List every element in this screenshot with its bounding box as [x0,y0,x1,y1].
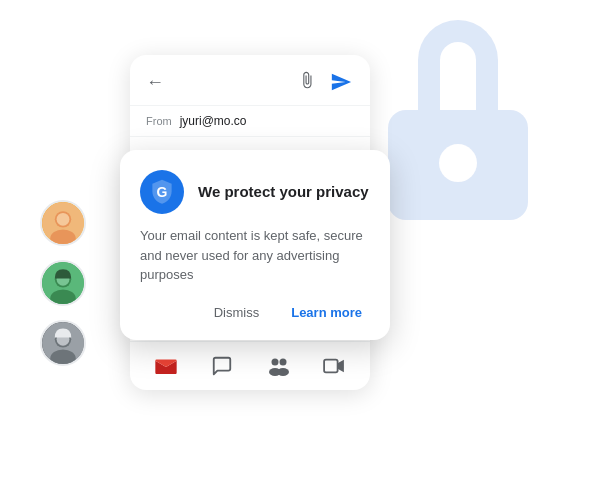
gmail-nav-icon[interactable] [152,352,180,380]
spaces-nav-icon[interactable] [264,352,292,380]
email-header: ← [130,55,370,106]
svg-point-3 [57,213,70,226]
popup-actions: Dismiss Learn more [140,301,370,324]
avatar [40,320,86,366]
header-action-icons [298,69,354,95]
svg-rect-16 [324,360,338,373]
svg-marker-17 [338,360,344,373]
email-footer-nav [130,341,370,390]
svg-point-12 [272,359,279,366]
chat-nav-icon[interactable] [208,352,236,380]
from-value: jyuri@mo.co [180,114,247,128]
dismiss-button[interactable]: Dismiss [206,301,268,324]
svg-point-13 [280,359,287,366]
from-label: From [146,115,172,127]
privacy-popup: G We protect your privacy Your email con… [120,150,390,340]
avatar [40,260,86,306]
attachment-icon[interactable] [298,71,316,94]
popup-description: Your email content is kept safe, secure … [140,226,370,285]
google-shield-icon: G [140,170,184,214]
svg-text:G: G [157,184,168,200]
meet-nav-icon[interactable] [320,352,348,380]
svg-point-15 [277,368,289,376]
learn-more-button[interactable]: Learn more [283,301,370,324]
lock-background-icon [368,20,548,220]
main-scene: ← From jyuri@mo.co See Just Bl [0,0,608,500]
email-from-row: From jyuri@mo.co [130,106,370,137]
avatar [40,200,86,246]
popup-header: G We protect your privacy [140,170,370,214]
back-button[interactable]: ← [146,72,164,93]
popup-title: We protect your privacy [198,182,369,202]
send-button[interactable] [328,69,354,95]
avatar-list [40,200,86,366]
